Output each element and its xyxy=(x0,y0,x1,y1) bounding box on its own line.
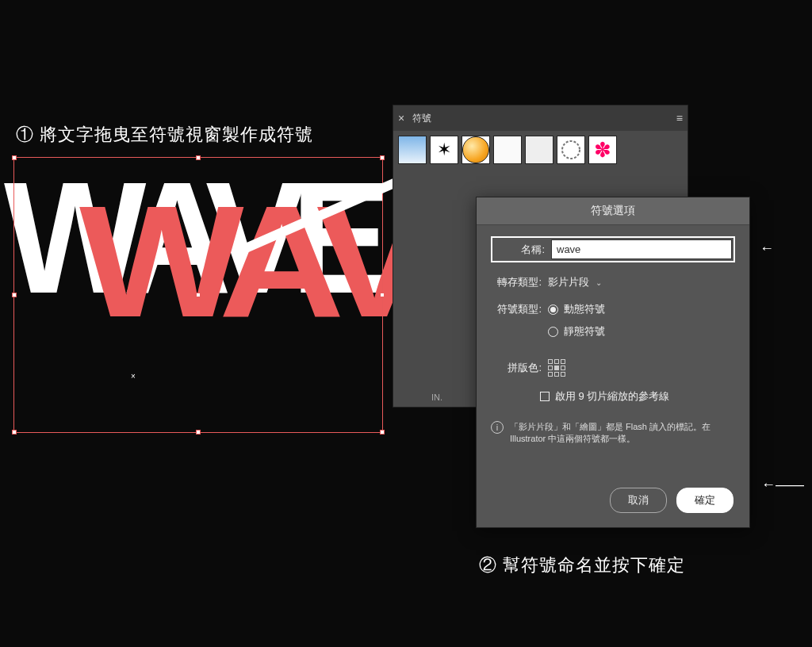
panel-menu-icon[interactable]: ≡ xyxy=(676,112,683,124)
svg-point-2 xyxy=(562,141,580,159)
selection-handle[interactable] xyxy=(196,155,201,160)
annotation-arrow-ok: ←—— xyxy=(761,477,804,493)
cancel-button[interactable]: 取消 xyxy=(610,488,667,513)
radio-static[interactable]: 靜態符號 xyxy=(548,324,605,339)
panel-title: 符號 xyxy=(412,112,676,125)
instruction-step-1: ① 將文字拖曳至符號視窗製作成符號 xyxy=(16,123,313,147)
symbol-swatch[interactable] xyxy=(398,136,427,164)
dialog-title: 符號選項 xyxy=(477,197,749,225)
radio-dynamic-label: 動態符號 xyxy=(564,302,605,316)
symbol-swatch[interactable]: ✽ xyxy=(588,136,617,164)
selection-bounding-box[interactable]: × xyxy=(13,157,383,433)
selection-handle[interactable] xyxy=(196,293,201,297)
export-type-row: 轉存類型: 影片片段 ⌄ xyxy=(483,275,735,289)
chevron-down-icon: ⌄ xyxy=(596,278,602,287)
name-label: 名稱: xyxy=(494,243,545,257)
info-row: i 「影片片段」和「繪圖」都是 Flash 讀入的標記。在 Illustrato… xyxy=(491,418,735,446)
export-type-dropdown[interactable]: 影片片段 ⌄ xyxy=(548,275,602,289)
selection-handle[interactable] xyxy=(196,430,201,435)
symbol-type-row: 符號類型: 動態符號 靜態符號 xyxy=(483,302,735,346)
panel-bottom-label: IN. xyxy=(431,392,442,402)
selection-anchor-x: × xyxy=(131,372,136,381)
registration-label: 拼版色: xyxy=(483,361,542,375)
symbol-swatch[interactable] xyxy=(557,136,585,164)
instruction-step-2: ② 幫符號命名並按下確定 xyxy=(479,553,685,577)
selection-handle[interactable] xyxy=(12,293,17,297)
selection-handle[interactable] xyxy=(12,430,17,435)
symbol-swatch[interactable]: ✶ xyxy=(430,136,458,164)
radio-icon xyxy=(548,304,558,315)
dialog-button-row: 取消 確定 xyxy=(610,488,733,513)
symbol-swatch[interactable] xyxy=(493,136,522,164)
radio-dynamic[interactable]: 動態符號 xyxy=(548,302,605,316)
panel-close-icon[interactable]: × xyxy=(398,112,404,124)
radio-icon xyxy=(548,327,558,337)
name-field-row: 名稱: xyxy=(491,236,735,262)
info-text: 「影片片段」和「繪圖」都是 Flash 讀入的標記。在 Illustrator … xyxy=(510,421,735,446)
registration-row: 拼版色: xyxy=(483,359,735,377)
radio-static-label: 靜態符號 xyxy=(564,324,605,339)
selection-handle[interactable] xyxy=(380,293,385,297)
export-type-value: 影片片段 xyxy=(548,275,589,289)
symbol-type-label: 符號類型: xyxy=(483,302,542,316)
selection-handle[interactable] xyxy=(380,155,385,160)
name-input[interactable] xyxy=(551,239,732,259)
info-icon: i xyxy=(491,421,504,434)
annotation-arrow-name: ← xyxy=(760,240,774,257)
checkbox-icon xyxy=(540,392,550,401)
symbol-options-dialog: 符號選項 名稱: 轉存類型: 影片片段 ⌄ 符號類型: 動態符號 靜態符號 xyxy=(476,197,750,528)
export-type-label: 轉存類型: xyxy=(483,275,542,289)
panel-header: × 符號 ≡ xyxy=(393,105,688,131)
symbol-swatch[interactable] xyxy=(525,136,553,164)
registration-grid[interactable] xyxy=(548,359,565,377)
symbol-swatch[interactable] xyxy=(462,136,490,164)
selection-handle[interactable] xyxy=(12,155,17,160)
slice-guides-row[interactable]: 啟用 9 切片縮放的參考線 xyxy=(540,389,735,404)
selection-handle[interactable] xyxy=(380,430,385,435)
slice-guides-label: 啟用 9 切片縮放的參考線 xyxy=(555,389,669,404)
symbol-swatch-row: ✶ ✽ xyxy=(393,131,688,169)
ok-button[interactable]: 確定 xyxy=(676,488,733,513)
